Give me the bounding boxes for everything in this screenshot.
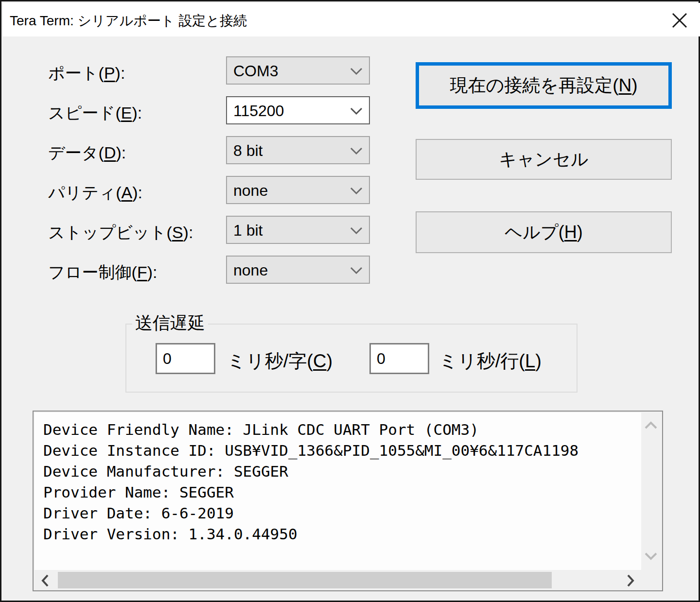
transmit-delay-group: 送信遅延 ミリ秒/字(C) ミリ秒/行(L) xyxy=(125,324,578,393)
flow-control-label: フロー制御(F): xyxy=(48,261,157,284)
scroll-up-button[interactable] xyxy=(644,421,658,431)
chevron-left-icon xyxy=(41,574,49,587)
device-friendly-name-line: Device Friendly Name: JLink CDC UART Por… xyxy=(43,419,479,440)
msec-per-char-input[interactable] xyxy=(156,343,215,374)
port-combobox[interactable]: COM3 xyxy=(226,56,370,85)
msec-per-char-label: ミリ秒/字(C) xyxy=(227,349,332,374)
help-button[interactable]: ヘルプ(H) xyxy=(416,211,672,253)
parity-value: none xyxy=(233,182,268,200)
chevron-down-icon xyxy=(350,147,363,155)
serial-port-setup-dialog: Tera Term: シリアルポート 設定と接続 ポート(P): スピード(E)… xyxy=(0,0,700,602)
stop-bits-value: 1 bit xyxy=(233,222,262,240)
close-button[interactable] xyxy=(669,10,690,31)
flow-control-combobox[interactable]: none xyxy=(226,256,370,284)
msec-per-line-label: ミリ秒/行(L) xyxy=(439,349,542,374)
device-instance-id-line: Device Instance ID: USB¥VID_1366&PID_105… xyxy=(43,440,578,461)
parity-combobox[interactable]: none xyxy=(226,176,370,204)
chevron-up-icon xyxy=(644,421,658,429)
titlebar: Tera Term: シリアルポート 設定と接続 xyxy=(3,3,700,36)
reconfigure-connection-button[interactable]: 現在の接続を再設定(N) xyxy=(416,62,672,109)
scroll-right-button[interactable] xyxy=(627,574,634,589)
chevron-down-icon xyxy=(350,68,363,75)
horizontal-scrollbar[interactable] xyxy=(35,571,641,589)
chevron-down-icon xyxy=(350,267,363,275)
scroll-left-button[interactable] xyxy=(41,574,49,589)
stop-bits-combobox[interactable]: 1 bit xyxy=(226,216,370,244)
device-info-listbox: Device Friendly Name: JLink CDC UART Por… xyxy=(33,411,663,591)
speed-label: スピード(E): xyxy=(48,102,142,124)
parity-label: パリティ(A): xyxy=(48,182,142,204)
port-label: ポート(P): xyxy=(48,62,125,85)
chevron-right-icon xyxy=(627,574,634,587)
chevron-down-icon xyxy=(350,227,363,235)
chevron-down-icon xyxy=(644,552,658,560)
horizontal-scroll-thumb[interactable] xyxy=(58,572,552,588)
data-bits-combobox[interactable]: 8 bit xyxy=(226,136,370,164)
speed-combobox[interactable]: 115200 xyxy=(226,96,370,124)
chevron-down-icon xyxy=(350,187,363,195)
close-icon xyxy=(671,12,688,29)
driver-version-line: Driver Version: 1.34.0.44950 xyxy=(43,524,298,545)
transmit-delay-title: 送信遅延 xyxy=(132,311,208,335)
data-label: データ(D): xyxy=(48,142,126,164)
provider-name-line: Provider Name: SEGGER xyxy=(43,482,234,503)
speed-value: 115200 xyxy=(233,102,284,120)
vertical-scrollbar[interactable] xyxy=(640,413,661,570)
device-manufacturer-line: Device Manufacturer: SEGGER xyxy=(43,461,288,482)
chevron-down-icon xyxy=(350,107,363,115)
cancel-button[interactable]: キャンセル xyxy=(416,139,672,180)
data-bits-value: 8 bit xyxy=(233,142,262,160)
msec-per-line-input[interactable] xyxy=(369,343,429,374)
scroll-down-button[interactable] xyxy=(644,552,658,562)
driver-date-line: Driver Date: 6-6-2019 xyxy=(43,503,234,524)
device-info-text: Device Friendly Name: JLink CDC UART Por… xyxy=(35,413,641,570)
flow-control-value: none xyxy=(233,261,268,279)
window-title: Tera Term: シリアルポート 設定と接続 xyxy=(10,12,247,30)
stop-bits-label: ストップビット(S): xyxy=(48,222,193,244)
port-value: COM3 xyxy=(233,62,278,80)
